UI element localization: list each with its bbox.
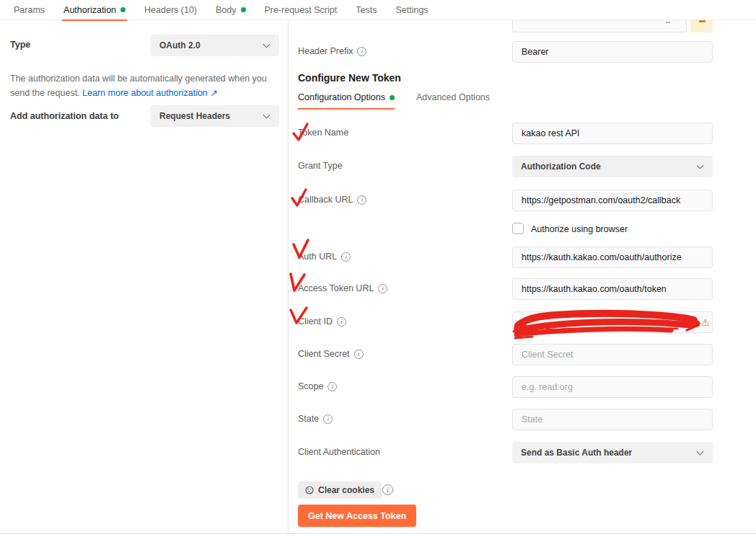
add-auth-data-label: Add authorization data to xyxy=(10,111,119,121)
token-name-input[interactable] xyxy=(512,123,713,144)
info-icon[interactable]: i xyxy=(378,284,387,293)
chevron-down-icon xyxy=(697,162,704,169)
tab-label: Body xyxy=(216,5,237,15)
external-link-icon: ↗ xyxy=(210,88,217,98)
authorization-editor: Type OAuth 2.0 The authorization data wi… xyxy=(0,20,756,534)
add-auth-data-dropdown[interactable]: Request Headers xyxy=(151,105,279,127)
state-label: State i xyxy=(298,414,333,424)
chevron-down-icon xyxy=(263,41,271,48)
clear-cookies-button[interactable]: Clear cookies xyxy=(298,481,382,499)
info-icon[interactable]: i xyxy=(357,47,366,56)
header-prefix-label: Header Prefix i xyxy=(298,46,366,56)
type-label: Type xyxy=(10,40,30,50)
auth-type-dropdown[interactable]: OAuth 2.0 xyxy=(151,35,279,56)
get-new-access-token-button[interactable]: Get New Access Token xyxy=(298,505,416,527)
request-tab-bar: Params Authorization Headers (10) Body P… xyxy=(0,0,756,20)
warning-triangle-icon: ⚠ xyxy=(701,317,710,328)
chevron-down-icon xyxy=(263,112,271,119)
info-icon[interactable]: i xyxy=(323,414,333,424)
info-icon[interactable]: i xyxy=(328,382,337,391)
access-token-url-label: Access Token URL i xyxy=(298,283,387,293)
state-input[interactable] xyxy=(512,409,713,430)
client-secret-label: Client Secret i xyxy=(298,349,364,359)
chevron-down-icon xyxy=(697,448,704,456)
tab-settings[interactable]: Settings xyxy=(386,0,437,20)
configure-new-token-heading: Configure New Token xyxy=(298,72,401,84)
tab-label: Authorization xyxy=(63,5,116,15)
auth-url-label: Auth URL i xyxy=(298,252,351,262)
client-id-label: Client ID i xyxy=(298,316,346,327)
info-icon[interactable]: i xyxy=(354,350,364,359)
header-prefix-input[interactable] xyxy=(512,41,713,63)
client-authentication-label: Client Authentication xyxy=(298,447,380,457)
tab-tests[interactable]: Tests xyxy=(346,0,386,20)
callback-url-label: Callback URL i xyxy=(298,195,366,205)
token-config-tabs: Configuration Options Advanced Options xyxy=(298,92,490,108)
chevron-remnant xyxy=(666,22,670,23)
token-warning-button[interactable] xyxy=(690,20,713,32)
tab-label: Settings xyxy=(395,5,428,15)
auth-type-panel: Type OAuth 2.0 The authorization data wi… xyxy=(0,20,289,534)
info-icon[interactable]: i xyxy=(341,252,351,262)
tab-body[interactable]: Body xyxy=(206,0,255,20)
authorize-browser-checkbox[interactable] xyxy=(512,223,524,234)
tab-label: Headers (10) xyxy=(144,5,197,15)
postman-request-pane: Params Authorization Headers (10) Body P… xyxy=(0,0,756,537)
green-status-dot xyxy=(120,7,126,12)
token-config-panel: Header Prefix i Configure New Token Conf… xyxy=(289,20,756,534)
green-status-dot xyxy=(390,95,395,100)
info-icon[interactable]: i xyxy=(337,317,346,327)
access-token-input-cutoff[interactable] xyxy=(512,20,687,32)
client-secret-input[interactable] xyxy=(512,344,713,365)
client-id-input[interactable] xyxy=(512,311,713,333)
tab-pre-request-script[interactable]: Pre-request Script xyxy=(255,0,347,20)
tab-params[interactable]: Params xyxy=(4,0,54,20)
client-authentication-dropdown[interactable]: Send as Basic Auth header xyxy=(512,442,713,463)
token-name-label: Token Name xyxy=(298,128,348,138)
warning-glyph-remnant xyxy=(699,20,706,22)
cookie-icon xyxy=(305,486,314,494)
auth-url-input[interactable] xyxy=(512,247,713,268)
tab-headers[interactable]: Headers (10) xyxy=(135,0,206,20)
tab-authorization[interactable]: Authorization xyxy=(54,0,135,20)
tab-label: Pre-request Script xyxy=(265,5,338,15)
grant-type-label: Grant Type xyxy=(298,161,343,171)
grant-type-dropdown[interactable]: Authorization Code xyxy=(512,156,713,177)
auth-description: The authorization data will be automatic… xyxy=(10,71,283,100)
info-icon[interactable]: i xyxy=(357,195,366,205)
scope-input[interactable] xyxy=(512,376,713,398)
tab-label: Tests xyxy=(356,5,377,15)
authorize-browser-label: Authorize using browser xyxy=(531,224,628,234)
tab-configuration-options[interactable]: Configuration Options xyxy=(298,92,395,108)
tab-label: Params xyxy=(14,5,45,15)
tab-advanced-options[interactable]: Advanced Options xyxy=(416,92,490,108)
access-token-url-input[interactable] xyxy=(512,278,713,300)
scope-label: Scope i xyxy=(298,381,337,391)
info-icon[interactable]: i xyxy=(382,484,393,495)
learn-more-link[interactable]: Learn more about authorization ↗ xyxy=(82,88,218,98)
green-status-dot xyxy=(241,7,246,12)
callback-url-input[interactable] xyxy=(512,190,713,211)
